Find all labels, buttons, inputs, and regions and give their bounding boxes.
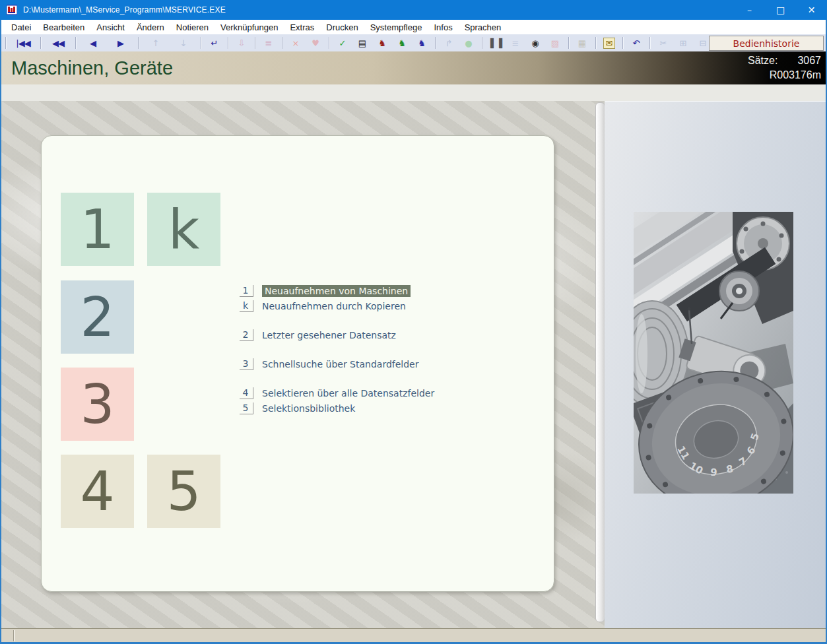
first-record-icon: |◀◀	[16, 39, 30, 48]
app-icon	[7, 5, 17, 15]
info-button[interactable]: ●	[461, 36, 477, 50]
maximize-button[interactable]: □	[765, 0, 796, 20]
workspace: 1 k 2 3 4 5 1 Neuaufnehmen von Maschinen…	[0, 101, 827, 628]
tile-3-quick-search[interactable]: 3	[61, 368, 134, 441]
menu-datei[interactable]: Datei	[5, 22, 37, 32]
record-info-line: R003177m - 1 5 06.12.22	[0, 84, 827, 101]
printer-icon: ▦	[578, 39, 586, 48]
tile-5-selection-library[interactable]: 5	[147, 455, 220, 528]
list-icon: ≡	[512, 39, 519, 48]
toolbar-separator	[622, 37, 623, 49]
check-icon: ✓	[339, 39, 347, 48]
option-label: Letzter gesehener Datensatz	[262, 330, 396, 340]
undo-button[interactable]: ↶	[628, 36, 644, 50]
next-icon: ▶	[117, 39, 124, 48]
binoculars-icon: ▌▐	[490, 39, 501, 48]
option-neuaufnehmen-maschinen[interactable]: 1 Neuaufnehmen von Maschinen	[240, 284, 411, 298]
bedienhistorie-button[interactable]: Bedienhistorie	[709, 36, 824, 51]
option-selektieren[interactable]: 4 Selektieren über alle Datensatzfelder	[240, 386, 434, 401]
eye-icon: ◉	[531, 39, 539, 48]
squirrel-green-icon: ♞	[398, 39, 406, 48]
minimize-button[interactable]: –	[734, 0, 765, 20]
record-counter: Sätze:3067 R003176m	[748, 53, 821, 82]
squirrel-blue-button[interactable]: ♞	[414, 36, 430, 50]
next-button[interactable]: ▶	[113, 36, 129, 50]
tile-2-last-record[interactable]: 2	[61, 280, 134, 354]
document-button[interactable]: ▤	[354, 36, 370, 50]
copy-button[interactable]: ⊞	[675, 36, 691, 50]
move-down-button[interactable]: ↓	[176, 36, 191, 50]
menu-ansicht[interactable]: Ansicht	[90, 22, 131, 32]
rewind-button[interactable]: ◀◀	[50, 36, 66, 50]
list-button[interactable]: ≡	[508, 36, 523, 50]
cut-button[interactable]: ✂	[655, 36, 671, 50]
option-schnellsuche[interactable]: 3 Schnellsuche über Standardfelder	[240, 357, 418, 371]
copy-icon: ⊞	[680, 39, 687, 48]
option-selektionsbibliothek[interactable]: 5 Selektionsbibliothek	[240, 401, 355, 416]
application-window: D:\Mustermann\_MService_Programm\MSERVIC…	[0, 0, 827, 644]
option-letzter-datensatz[interactable]: 2 Letzter gesehener Datensatz	[240, 328, 396, 342]
window-border-left	[0, 20, 1, 644]
print-button[interactable]: ▦	[574, 36, 590, 50]
menu-sprachen[interactable]: Sprachen	[459, 22, 508, 32]
envelope-icon: ✉	[603, 38, 616, 49]
records-count: 3067	[797, 55, 821, 66]
right-panel: 11 10 9 8 7 6 5	[605, 101, 827, 629]
squirrel-red-icon: ♞	[378, 39, 386, 48]
tile-4-select-fields[interactable]: 4	[61, 455, 134, 528]
splitter-handle[interactable]	[595, 102, 605, 622]
filter-icon: ▨	[551, 39, 559, 48]
window-controls: – □ ✕	[734, 0, 827, 20]
menu-infos[interactable]: Infos	[428, 22, 458, 32]
import-icon: ⇩	[238, 39, 246, 48]
enter-button[interactable]: ↵	[207, 36, 222, 50]
menu-extras[interactable]: Extras	[284, 22, 320, 32]
scissors-icon: ✂	[660, 39, 667, 48]
view-button[interactable]: ◉	[527, 36, 543, 50]
toolbar-separator	[482, 37, 482, 49]
toolbar-separator	[228, 37, 228, 49]
status-cell	[1, 630, 14, 641]
previous-button[interactable]: ◀	[85, 36, 101, 50]
move-up-icon: ↑	[152, 39, 160, 48]
menu-bearbeiten[interactable]: Bearbeiten	[37, 22, 90, 32]
squirrel-red-button[interactable]: ♞	[374, 36, 390, 50]
option-label: Neuaufnehmen durch Kopieren	[262, 301, 406, 311]
mail-button[interactable]: ✉	[601, 36, 617, 50]
paste-icon: ⊟	[700, 39, 707, 48]
enter-icon: ↵	[211, 39, 218, 48]
confirm-button[interactable]: ✓	[335, 36, 350, 50]
document-icon: ▤	[358, 39, 366, 48]
option-key: 1	[240, 285, 253, 297]
menu-aendern[interactable]: Ändern	[131, 22, 170, 32]
page-header: Maschinen, Geräte Sätze:3067 R003176m	[0, 51, 827, 84]
favorite-button[interactable]: ♥	[308, 36, 323, 50]
tile-1-new-machine[interactable]: 1	[61, 193, 134, 266]
squirrel-green-button[interactable]: ♞	[394, 36, 410, 50]
close-button[interactable]: ✕	[796, 0, 827, 20]
hierarchy-button[interactable]: ≣	[261, 36, 277, 50]
records-label: Sätze:	[748, 55, 777, 66]
delete-button[interactable]: ×	[288, 36, 304, 50]
option-label: Selektionsbibliothek	[262, 403, 355, 414]
branch-button[interactable]: ↱	[441, 36, 457, 50]
window-title: D:\Mustermann\_MService_Programm\MSERVIC…	[23, 5, 226, 15]
menu-systempflege[interactable]: Systempflege	[364, 22, 428, 32]
current-record-id: R003176m	[748, 68, 821, 82]
menu-verknuepfungen[interactable]: Verknüpfungen	[215, 22, 284, 32]
toolbar-separator	[435, 37, 436, 49]
import-button[interactable]: ⇩	[234, 36, 249, 50]
branch-icon: ↱	[446, 39, 453, 48]
machine-photo: 11 10 9 8 7 6 5	[634, 212, 793, 494]
menu-notieren[interactable]: Notieren	[170, 22, 215, 32]
menu-drucken[interactable]: Drucken	[320, 22, 364, 32]
filter-button[interactable]: ▨	[547, 36, 563, 50]
option-label: Neuaufnehmen von Maschinen	[262, 285, 411, 297]
tile-k-copy[interactable]: k	[147, 193, 220, 266]
first-record-button[interactable]: |◀◀	[15, 36, 31, 50]
option-neuaufnehmen-kopieren[interactable]: k Neuaufnehmen durch Kopieren	[240, 299, 406, 313]
move-up-button[interactable]: ↑	[148, 36, 164, 50]
option-label: Selektieren über alle Datensatzfelder	[262, 388, 434, 399]
search-button[interactable]: ▌▐	[488, 36, 504, 50]
toolbar-separator	[75, 37, 76, 49]
